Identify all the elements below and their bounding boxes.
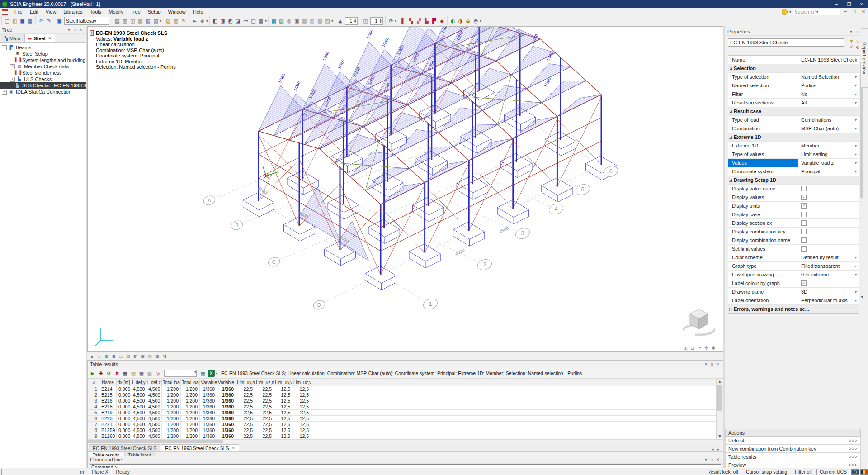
property-row-display-combination-key[interactable]: Display combination key (728, 228, 859, 236)
properties-pin-icon[interactable]: ▫ (854, 29, 860, 34)
tree-close-icon[interactable]: ✕ (78, 28, 84, 32)
property-group-errors-warnings-and-notes-se[interactable]: ▷Errors, warnings and notes se... (728, 305, 859, 314)
snap-icon[interactable]: ◆ (198, 17, 206, 25)
property-group-selection[interactable]: ◢Selection (728, 64, 859, 73)
table-vertical-scrollbar[interactable]: ▲ ▼ (716, 379, 723, 439)
concrete-check-icon[interactable]: ◒ (464, 17, 472, 25)
table-collapse-icon[interactable]: ▾ (703, 362, 709, 366)
results-check-icon[interactable]: ▛ (430, 17, 438, 25)
tree-item-member-check-data[interactable]: +▤Member Check data (0, 63, 86, 70)
run-icon[interactable]: ▶ (89, 370, 96, 377)
property-row-color-scheme[interactable]: Color schemeDefined by result▾ (728, 253, 859, 262)
command-close-icon[interactable]: ✕ (715, 457, 721, 462)
property-value[interactable] (798, 219, 859, 227)
property-row-display-values[interactable]: Display values✓ (728, 193, 859, 202)
tabs-scroll-left-icon[interactable]: ◂ (712, 447, 714, 451)
format-brush-icon[interactable]: ✐ (849, 44, 854, 50)
dropdown-arrow-icon[interactable]: ▾ (855, 118, 857, 122)
checkbox-icon[interactable]: ✓ (801, 280, 807, 286)
steel-check-icon[interactable]: ◑ (457, 17, 464, 25)
tree-item-sls-checks-ec-en-1993-steel-check-s[interactable]: ▙SLS Checks - EC-EN 1993 Steel Check S (0, 82, 86, 89)
command-float-icon[interactable]: ▫ (709, 457, 715, 462)
property-value[interactable]: ✓ (798, 202, 859, 210)
expand-expander-icon[interactable]: + (10, 77, 15, 82)
property-row-coordinate-system[interactable]: Coordinate systemPrincipal▾ (728, 167, 859, 176)
property-value[interactable]: All▾ (798, 99, 859, 107)
property-row-combination[interactable]: CombinationMSP-Char (auto)▾ (728, 124, 859, 133)
zoom-all-icon[interactable]: □ (250, 17, 257, 25)
add-table-icon[interactable]: ✚ (97, 370, 104, 377)
project-window-icon[interactable]: ▣ (56, 17, 63, 25)
column-header-dx-m[interactable]: dx [m] (117, 379, 131, 386)
restore-button[interactable]: ❐ (843, 0, 855, 8)
tab-steel[interactable]: ▬Steel✕ (24, 34, 55, 42)
pin-members-icon[interactable]: ◎ (154, 370, 161, 377)
engineering-report-icon[interactable]: ▨ (152, 17, 160, 25)
dropdown-arrow-icon[interactable]: ▾ (855, 152, 857, 157)
tree-item-uls-checks[interactable]: +▙ULS Checks (0, 76, 86, 82)
group-dropdown-icon[interactable]: ▾ (160, 19, 161, 23)
activity-icon[interactable]: ▩ (270, 17, 278, 25)
property-value[interactable]: MSP-Char (auto)▾ (798, 124, 859, 133)
gallery-icon[interactable]: ▦ (137, 17, 144, 25)
rotate-view-icon[interactable]: ⟳ (697, 345, 701, 351)
group-dropdown-icon[interactable]: ▾ (331, 19, 333, 23)
column-header-l-def-y[interactable]: L def,y ... (131, 379, 146, 386)
preview-icon[interactable]: ▥ (121, 17, 129, 25)
property-row-values[interactable]: ValuesVariable load z▾ (728, 159, 859, 167)
minimize-button[interactable]: ─ (830, 0, 843, 8)
filter-properties-icon[interactable]: ▼ (849, 38, 854, 44)
tree-item-steel-setup[interactable]: ≣Steel Setup (0, 51, 86, 57)
properties-collapse-icon[interactable]: ▾ (848, 29, 854, 34)
group-dropdown-icon[interactable]: ▾ (206, 19, 208, 23)
property-row-display-units[interactable]: Display units✓ (728, 202, 859, 210)
menu-tree[interactable]: Tree (127, 9, 144, 14)
property-value[interactable]: Perpendicular to axis▾ (798, 296, 859, 304)
view-z-icon[interactable]: ◩ (226, 17, 234, 25)
table-row-b214[interactable]: 1B2140,0004,5004,5001/2001/2001/3601/360… (88, 386, 719, 392)
shrubs-icon[interactable]: ▨ (324, 17, 331, 25)
table-desc-dropdown-icon[interactable]: ▾ (216, 371, 217, 375)
palette-icon[interactable]: ◐ (855, 44, 861, 50)
dropdown-arrow-icon[interactable]: ▾ (855, 273, 857, 277)
combo-dropdown-icon[interactable]: ▾ (94, 18, 108, 24)
property-row-label-colour-by-graph[interactable]: Label colour by graph✓ (728, 279, 859, 288)
property-value[interactable]: No▾ (798, 90, 859, 98)
wireframe-icon[interactable]: ▦ (257, 17, 265, 25)
property-value[interactable] (798, 245, 859, 253)
spinner-arrows-icon[interactable]: ▲▼ (353, 19, 357, 23)
property-value[interactable]: Defined by result▾ (798, 253, 859, 261)
dropdown-arrow-icon[interactable]: ▾ (855, 256, 857, 260)
labels-icon[interactable]: ▥ (147, 354, 153, 360)
property-object-selector[interactable]: EC-EN 1993 Steel Check SLS (1) ▾ (728, 38, 844, 47)
report-preview-tab[interactable]: Report preview (861, 28, 868, 88)
property-row-display-combination-name[interactable]: Display combination name (728, 236, 859, 245)
status-result-lock-off[interactable]: Result lock: off (704, 469, 741, 475)
property-row-display-value-name[interactable]: Display value name (728, 185, 859, 193)
mdi-minimize-button[interactable]: ─ (842, 9, 849, 15)
checkbox-icon[interactable]: ✓ (801, 203, 807, 209)
menu-setup[interactable]: Setup (144, 9, 165, 14)
scale-reset-icon[interactable]: ⟳ (387, 17, 395, 25)
dropdown-arrow-icon[interactable]: ▾ (855, 161, 857, 165)
layers-icon[interactable]: ▤ (278, 17, 285, 25)
property-row-type-of-values[interactable]: Type of valuesLimit setting▾ (728, 150, 859, 159)
table-row-b220[interactable]: 6B2200,0004,5004,5001/2001/2001/3601/360… (88, 416, 719, 422)
group-expander-icon[interactable]: ◢ (729, 109, 734, 114)
table-horizontal-scrollbar[interactable] (88, 439, 723, 444)
selection-mode-icon[interactable]: ▪ (89, 354, 95, 360)
menu-modify[interactable]: Modify (105, 9, 127, 14)
property-value[interactable]: ✓ (798, 193, 859, 201)
table-header-icon[interactable]: ▤ (130, 370, 137, 377)
checkbox-icon[interactable] (801, 212, 807, 217)
column-header-variable-l[interactable]: Variable l... (217, 379, 236, 386)
property-value[interactable]: Limit setting▾ (798, 150, 859, 158)
menu-view[interactable]: View (42, 9, 60, 14)
property-row-display-section-dx[interactable]: Display section dx (728, 219, 859, 228)
visibility-icon[interactable]: ◍ (285, 17, 293, 25)
table-template-icon[interactable]: ▦ (138, 370, 145, 377)
property-row-label-orientation[interactable]: Label orientationPerpendicular to axis▾ (728, 296, 859, 305)
property-row-drawing-plane[interactable]: Drawing plane3D▾ (728, 288, 859, 296)
format-brush-icon[interactable]: ✎ (180, 17, 188, 25)
status-cursor-snap-setting[interactable]: Cursor snap setting (743, 469, 790, 475)
